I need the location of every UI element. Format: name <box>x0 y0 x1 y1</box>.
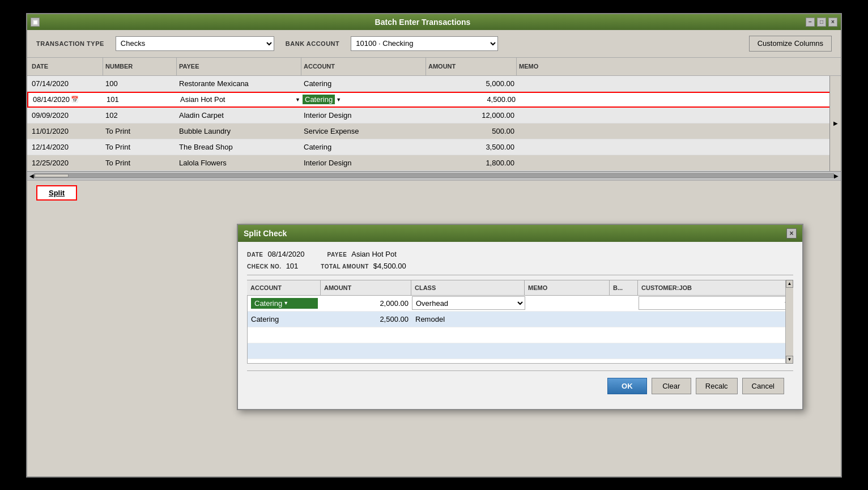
recalc-button[interactable]: Recalc <box>696 378 738 394</box>
split-cell-empty <box>248 343 321 359</box>
cell-payee-active[interactable]: Asian Hot Pot ▼ <box>178 95 303 104</box>
dialog-title: Split Check <box>244 229 287 238</box>
split-cell-memo[interactable] <box>525 296 610 311</box>
dialog-info-row1: DATE 08/14/2020 PAYEE Asian Hot Pot <box>247 250 793 258</box>
date-value: 08/14/2020 <box>267 250 304 258</box>
badge-arrow[interactable]: ▼ <box>283 300 288 306</box>
payee-info: PAYEE Asian Hot Pot <box>327 250 397 258</box>
split-table-row-empty[interactable] <box>248 327 793 343</box>
cell-account: Catering <box>301 143 426 151</box>
cell-amount: 3,500.00 <box>426 143 517 151</box>
horizontal-scrollbar[interactable]: ◀ ▶ <box>27 171 841 180</box>
account-dropdown-arrow[interactable]: ▼ <box>336 97 341 103</box>
split-cell-empty <box>248 327 321 343</box>
customer-job-select[interactable] <box>639 296 793 310</box>
scroll-left-arrow[interactable]: ◀ <box>29 173 34 179</box>
split-cell-class: Remodel <box>412 312 525 327</box>
table-row[interactable]: 07/14/2020 100 Restorante Mexicana Cater… <box>27 76 841 92</box>
total-amount-value: $4,500.00 <box>373 262 406 270</box>
split-cell-empty <box>639 343 793 359</box>
dialog-title-bar: Split Check × <box>238 225 802 242</box>
cell-amount: 500.00 <box>426 127 517 135</box>
minimize-button[interactable]: − <box>806 18 815 27</box>
customize-columns-button[interactable]: Customize Columns <box>749 36 832 52</box>
total-amount-info: TOTAL AMOUNT $4,500.00 <box>321 262 406 270</box>
cell-date: 12/25/2020 <box>29 159 103 167</box>
ok-button[interactable]: OK <box>607 378 647 394</box>
table-row[interactable]: 11/01/2020 To Print Bubble Laundry Servi… <box>27 123 841 139</box>
check-no-value: 101 <box>286 262 299 270</box>
dialog-info-row2: CHECK NO. 101 TOTAL AMOUNT $4,500.00 <box>247 262 793 270</box>
dialog-divider <box>247 275 793 275</box>
split-cell-memo[interactable] <box>525 312 610 327</box>
window-icon: ▣ <box>31 18 40 27</box>
right-scroll-arrow[interactable]: ▶ <box>829 76 841 171</box>
split-cell-empty <box>525 343 610 359</box>
split-col-account: ACCOUNT <box>247 280 321 295</box>
split-check-dialog: Split Check × DATE 08/14/2020 PAYEE Asia… <box>237 224 803 410</box>
table-header: DATE NUMBER PAYEE ACCOUNT AMOUNT MEMO <box>27 58 841 76</box>
split-col-class: CLASS <box>411 280 525 295</box>
split-table-header: ACCOUNT AMOUNT CLASS MEMO B... CUSTOMER:… <box>247 280 793 296</box>
split-cell-account[interactable]: Catering ▼ <box>248 296 321 311</box>
split-table-scrollbar[interactable]: ▲ ▼ <box>785 280 793 364</box>
h-scrollbar-track[interactable] <box>34 173 834 178</box>
scroll-track[interactable] <box>786 288 793 356</box>
maximize-button[interactable]: □ <box>817 18 826 27</box>
split-cell-b <box>610 312 639 327</box>
class-select[interactable]: Overhead <box>412 296 525 310</box>
total-amount-label: TOTAL AMOUNT <box>321 263 369 270</box>
cell-date-active[interactable]: 08/14/2020 📅 <box>31 95 104 104</box>
scroll-right-arrow[interactable]: ▶ <box>834 173 839 179</box>
cell-payee: Bubble Laundry <box>177 127 301 135</box>
cell-account-active[interactable]: Catering ▼ <box>303 95 427 104</box>
split-cell-amount: 2,000.00 <box>321 296 412 311</box>
scroll-up-arrow[interactable]: ▲ <box>786 280 793 288</box>
dialog-body: DATE 08/14/2020 PAYEE Asian Hot Pot CHEC… <box>238 242 802 409</box>
window-controls: − □ × <box>806 18 837 27</box>
transaction-type-select[interactable]: Checks <box>116 36 274 51</box>
split-cell-empty <box>610 327 639 343</box>
split-cell-account: Catering <box>248 312 321 327</box>
bank-account-label: BANK ACCOUNT <box>286 40 339 47</box>
split-table-row[interactable]: Catering ▼ 2,000.00 Overhead <box>248 296 793 312</box>
cancel-button[interactable]: Cancel <box>742 378 784 394</box>
split-table-row[interactable]: Catering 2,500.00 Remodel <box>248 312 793 327</box>
payee-value: Asian Hot Pot <box>351 250 397 258</box>
table-row[interactable]: 12/25/2020 To Print Lalola Flowers Inter… <box>27 155 841 171</box>
h-scrollbar-thumb[interactable] <box>35 174 69 177</box>
bank-account-select[interactable]: 10100 · Checking <box>351 36 498 51</box>
table-row-active[interactable]: 08/14/2020 📅 101 Asian Hot Pot ▼ Caterin… <box>27 92 841 108</box>
cell-number-active: 101 <box>104 95 178 104</box>
payee-dropdown-arrow[interactable]: ▼ <box>295 97 300 103</box>
clear-button[interactable]: Clear <box>652 378 691 394</box>
cell-number: To Print <box>103 143 177 151</box>
close-button[interactable]: × <box>828 18 837 27</box>
cell-amount: 5,000.00 <box>426 79 517 88</box>
split-cell-customer-job[interactable] <box>639 296 793 311</box>
table-body: 07/14/2020 100 Restorante Mexicana Cater… <box>27 76 841 171</box>
split-cell-empty <box>610 343 639 359</box>
payee-label: PAYEE <box>327 252 347 258</box>
calendar-icon[interactable]: 📅 <box>71 96 79 103</box>
window-title: Batch Enter Transactions <box>40 18 806 27</box>
cell-account: Catering <box>301 79 426 88</box>
split-cell-customer-job[interactable] <box>639 312 793 327</box>
transaction-type-label: TRANSACTION TYPE <box>36 40 104 47</box>
table-row[interactable]: 09/09/2020 102 Aladin Carpet Interior De… <box>27 108 841 123</box>
dialog-footer: OK Clear Recalc Cancel <box>247 370 793 401</box>
cell-number: 100 <box>103 79 177 88</box>
split-cell-class[interactable]: Overhead <box>412 296 525 311</box>
check-no-info: CHECK NO. 101 <box>247 262 298 270</box>
col-account: ACCOUNT <box>301 58 426 75</box>
cell-account: Interior Design <box>301 111 426 120</box>
split-cell-amount: 2,500.00 <box>321 312 412 327</box>
table-row[interactable]: 12/14/2020 To Print The Bread Shop Cater… <box>27 139 841 155</box>
scroll-down-arrow[interactable]: ▼ <box>786 356 793 364</box>
split-button[interactable]: Split <box>36 185 77 201</box>
dialog-close-button[interactable]: × <box>786 228 797 238</box>
cell-payee: The Bread Shop <box>177 143 301 151</box>
account-highlighted: Catering <box>303 95 335 104</box>
split-col-amount: AMOUNT <box>321 280 411 295</box>
split-table-row-empty[interactable] <box>248 343 793 359</box>
